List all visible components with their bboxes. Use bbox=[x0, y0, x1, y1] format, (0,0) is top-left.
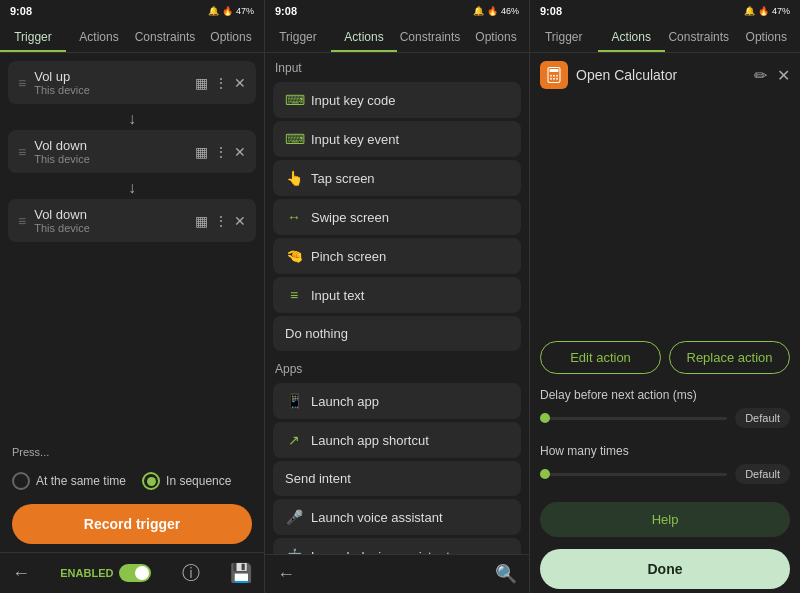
calculator-app-icon bbox=[540, 61, 568, 89]
action-label-5: Input text bbox=[311, 288, 364, 303]
replace-action-button[interactable]: Replace action bbox=[669, 341, 790, 374]
trigger-more-icon-1[interactable]: ⋮ bbox=[214, 75, 228, 91]
right-panel: 9:08 🔔 🔥 47% Trigger Actions Constraints… bbox=[530, 0, 800, 593]
times-default-button[interactable]: Default bbox=[735, 464, 790, 484]
help-button[interactable]: Help bbox=[540, 502, 790, 537]
launch-app-icon: 📱 bbox=[285, 393, 303, 409]
trigger-sub-3: This device bbox=[34, 222, 187, 234]
enabled-label: ENABLED bbox=[60, 567, 113, 579]
tab-trigger-left[interactable]: Trigger bbox=[0, 22, 66, 52]
delay-slider-row: Default bbox=[540, 408, 790, 428]
tab-options-left[interactable]: Options bbox=[198, 22, 264, 52]
delay-slider-dot bbox=[540, 413, 550, 423]
tab-trigger-right[interactable]: Trigger bbox=[530, 22, 598, 52]
time-right: 9:08 bbox=[540, 5, 562, 17]
status-bar-left: 9:08 🔔 🔥 47% bbox=[0, 0, 264, 22]
action-input-key-code[interactable]: ⌨ Input key code bbox=[273, 82, 521, 118]
trigger-card-2[interactable]: ≡ Vol down This device ▦ ⋮ ✕ bbox=[8, 130, 256, 173]
trigger-more-icon-2[interactable]: ⋮ bbox=[214, 144, 228, 160]
trigger-card-3[interactable]: ≡ Vol down This device ▦ ⋮ ✕ bbox=[8, 199, 256, 242]
edit-action-button[interactable]: Edit action bbox=[540, 341, 661, 374]
delay-slider-track[interactable] bbox=[540, 417, 727, 420]
back-icon-middle[interactable]: ← bbox=[277, 564, 295, 585]
action-pinch-screen[interactable]: 🤏 Pinch screen bbox=[273, 238, 521, 274]
tab-options-middle[interactable]: Options bbox=[463, 22, 529, 52]
svg-point-3 bbox=[553, 75, 555, 77]
tab-constraints-right[interactable]: Constraints bbox=[665, 22, 733, 52]
press-same-label: At the same time bbox=[36, 474, 126, 488]
enabled-toggle[interactable] bbox=[119, 564, 151, 582]
trigger-card-1[interactable]: ≡ Vol up This device ▦ ⋮ ✕ bbox=[8, 61, 256, 104]
trigger-grid-icon-2[interactable]: ▦ bbox=[195, 144, 208, 160]
action-launch-app[interactable]: 📱 Launch app bbox=[273, 383, 521, 419]
right-content bbox=[530, 97, 800, 193]
shortcut-icon: ↗ bbox=[285, 432, 303, 448]
arrow-2: ↓ bbox=[8, 177, 256, 199]
press-sequence[interactable]: In sequence bbox=[142, 472, 231, 490]
action-title: Open Calculator bbox=[576, 67, 746, 83]
trigger-actions-3: ▦ ⋮ ✕ bbox=[195, 213, 246, 229]
search-icon-middle[interactable]: 🔍 bbox=[495, 563, 517, 585]
trigger-list: ≡ Vol up This device ▦ ⋮ ✕ ↓ ≡ Vol down … bbox=[0, 53, 264, 438]
middle-panel: 9:08 🔔 🔥 46% Trigger Actions Constraints… bbox=[265, 0, 530, 593]
svg-point-5 bbox=[550, 78, 552, 80]
key-event-icon: ⌨ bbox=[285, 131, 303, 147]
info-icon-left[interactable]: ⓘ bbox=[182, 561, 200, 585]
back-icon-left[interactable]: ← bbox=[12, 563, 30, 584]
action-input-key-event[interactable]: ⌨ Input key event bbox=[273, 121, 521, 157]
times-slider-row: Default bbox=[540, 464, 790, 484]
trigger-more-icon-3[interactable]: ⋮ bbox=[214, 213, 228, 229]
done-button[interactable]: Done bbox=[540, 549, 790, 589]
trigger-grid-icon-1[interactable]: ▦ bbox=[195, 75, 208, 91]
voice-icon: 🎤 bbox=[285, 509, 303, 525]
tab-actions-right[interactable]: Actions bbox=[598, 22, 666, 52]
action-label-1: Input key event bbox=[311, 132, 399, 147]
input-text-icon: ≡ bbox=[285, 287, 303, 303]
middle-scroll: Input ⌨ Input key code ⌨ Input key event… bbox=[265, 53, 529, 554]
action-device-assistant[interactable]: 🤖 Launch device assistant bbox=[273, 538, 521, 554]
tab-actions-middle[interactable]: Actions bbox=[331, 22, 397, 52]
action-label-3: Swipe screen bbox=[311, 210, 389, 225]
record-trigger-button[interactable]: Record trigger bbox=[12, 504, 252, 544]
press-sequence-label: In sequence bbox=[166, 474, 231, 488]
tab-bar-left: Trigger Actions Constraints Options bbox=[0, 22, 264, 53]
tab-constraints-left[interactable]: Constraints bbox=[132, 22, 198, 52]
swipe-icon: ↔ bbox=[285, 209, 303, 225]
action-send-intent[interactable]: Send intent bbox=[273, 461, 521, 496]
trigger-info-1: Vol up This device bbox=[34, 69, 187, 96]
action-voice-assistant[interactable]: 🎤 Launch voice assistant bbox=[273, 499, 521, 535]
trigger-grid-icon-3[interactable]: ▦ bbox=[195, 213, 208, 229]
trigger-close-icon-3[interactable]: ✕ bbox=[234, 213, 246, 229]
tab-actions-left[interactable]: Actions bbox=[66, 22, 132, 52]
times-slider-track[interactable] bbox=[540, 473, 727, 476]
more-label-0: Launch voice assistant bbox=[311, 510, 443, 525]
delay-default-button[interactable]: Default bbox=[735, 408, 790, 428]
key-code-icon: ⌨ bbox=[285, 92, 303, 108]
trigger-name-2: Vol down bbox=[34, 138, 187, 153]
trigger-actions-1: ▦ ⋮ ✕ bbox=[195, 75, 246, 91]
press-same-time[interactable]: At the same time bbox=[12, 472, 126, 490]
fire-icon-m: 🔥 bbox=[487, 6, 498, 16]
action-input-text[interactable]: ≡ Input text bbox=[273, 277, 521, 313]
radio-same-time[interactable] bbox=[12, 472, 30, 490]
action-do-nothing[interactable]: Do nothing bbox=[273, 316, 521, 351]
action-header: Open Calculator ✏ ✕ bbox=[530, 53, 800, 97]
press-options: At the same time In sequence bbox=[0, 466, 264, 496]
save-icon-left[interactable]: 💾 bbox=[230, 562, 252, 584]
edit-pencil-icon[interactable]: ✏ bbox=[754, 66, 767, 85]
action-launch-shortcut[interactable]: ↗ Launch app shortcut bbox=[273, 422, 521, 458]
tab-constraints-middle[interactable]: Constraints bbox=[397, 22, 463, 52]
action-tap-screen[interactable]: 👆 Tap screen bbox=[273, 160, 521, 196]
trigger-close-icon-1[interactable]: ✕ bbox=[234, 75, 246, 91]
close-action-icon[interactable]: ✕ bbox=[777, 66, 790, 85]
battery-left: 47% bbox=[236, 6, 254, 16]
action-swipe-screen[interactable]: ↔ Swipe screen bbox=[273, 199, 521, 235]
apps-label-0: Launch app bbox=[311, 394, 379, 409]
radio-sequence[interactable] bbox=[142, 472, 160, 490]
trigger-close-icon-2[interactable]: ✕ bbox=[234, 144, 246, 160]
svg-point-7 bbox=[556, 78, 558, 80]
tab-trigger-middle[interactable]: Trigger bbox=[265, 22, 331, 52]
alarm-icon: 🔔 bbox=[208, 6, 219, 16]
tab-options-right[interactable]: Options bbox=[733, 22, 801, 52]
time-left: 9:08 bbox=[10, 5, 32, 17]
